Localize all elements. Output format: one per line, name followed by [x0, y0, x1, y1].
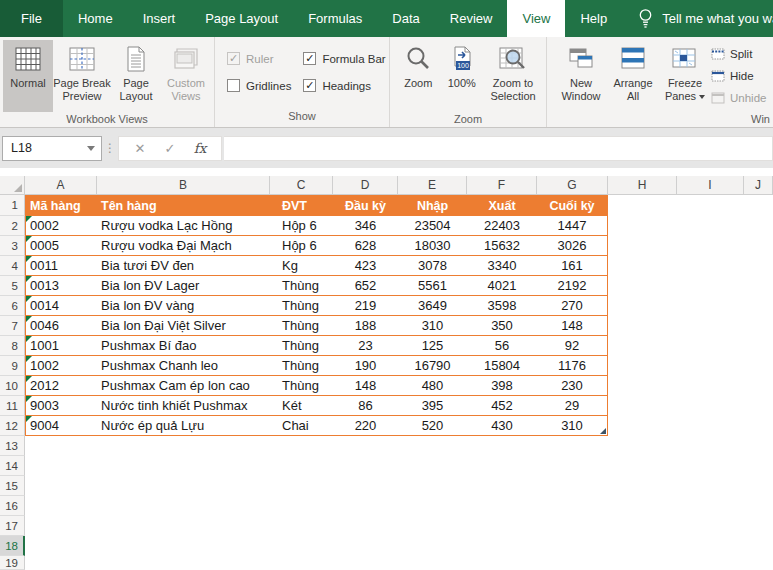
hide-button[interactable]: Hide	[711, 67, 766, 84]
cell[interactable]: 161	[537, 256, 608, 276]
cell[interactable]: 188	[333, 316, 398, 336]
cell[interactable]: 16790	[398, 356, 467, 376]
cell[interactable]: Pushmax Bí đao	[97, 336, 270, 356]
cell[interactable]: 15632	[467, 236, 537, 256]
checkbox-checked-icon[interactable]: ✓	[303, 79, 316, 92]
cell[interactable]: Thùng	[270, 356, 333, 376]
cell[interactable]: Thùng	[270, 376, 333, 396]
row-header-5[interactable]: 5	[0, 276, 25, 296]
row-header-2[interactable]: 2	[0, 216, 25, 236]
cell[interactable]: 86	[333, 396, 398, 416]
row-header-18[interactable]: 18	[0, 536, 25, 556]
column-header-e[interactable]: E	[398, 176, 467, 195]
cell[interactable]: Kg	[270, 256, 333, 276]
row-header-7[interactable]: 7	[0, 316, 25, 336]
column-header-g[interactable]: G	[537, 176, 608, 195]
unhide-button[interactable]: Unhide	[711, 89, 766, 106]
checkbox-unchecked-icon[interactable]	[227, 79, 240, 92]
cell[interactable]: 125	[398, 336, 467, 356]
cell[interactable]: 29	[537, 396, 608, 416]
cell[interactable]: 3598	[467, 296, 537, 316]
headings-checkbox[interactable]: ✓Headings	[303, 79, 385, 92]
cell[interactable]: Bia lon ĐV vàng	[97, 296, 270, 316]
checkbox-checked-icon[interactable]: ✓	[303, 52, 316, 65]
split-button[interactable]: Split	[711, 45, 766, 62]
cell[interactable]: 628	[333, 236, 398, 256]
cell[interactable]: 9004	[25, 416, 97, 436]
row-header-1[interactable]: 1	[0, 195, 25, 216]
tab-data[interactable]: Data	[377, 0, 434, 37]
cell[interactable]: 148	[333, 376, 398, 396]
checkbox-checked-icon[interactable]: ✓	[227, 52, 240, 65]
cell[interactable]: Thùng	[270, 336, 333, 356]
column-header-i[interactable]: I	[677, 176, 744, 195]
cell[interactable]: 2012	[25, 376, 97, 396]
cell[interactable]: 395	[398, 396, 467, 416]
cell[interactable]: 270	[537, 296, 608, 316]
cell[interactable]: Nước ép quả Lựu	[97, 416, 270, 436]
cell[interactable]: 3340	[467, 256, 537, 276]
cell[interactable]: Rượu vodka Lạc Hồng	[97, 216, 270, 236]
cell[interactable]: Thùng	[270, 276, 333, 296]
cell[interactable]: 2192	[537, 276, 608, 296]
cell[interactable]: Bia tươi ĐV đen	[97, 256, 270, 276]
tab-page-layout[interactable]: Page Layout	[190, 0, 293, 37]
cell[interactable]: 3078	[398, 256, 467, 276]
header-cell-m-h-ng[interactable]: Mã hàng	[25, 195, 97, 216]
row-header-3[interactable]: 3	[0, 236, 25, 256]
cell[interactable]: 310	[398, 316, 467, 336]
column-header-h[interactable]: H	[608, 176, 677, 195]
cell[interactable]: 0046	[25, 316, 97, 336]
cell[interactable]: 220	[333, 416, 398, 436]
row-header-14[interactable]: 14	[0, 456, 25, 476]
zoom-to-selection-button[interactable]: Zoom to Selection	[483, 40, 543, 112]
ruler-checkbox[interactable]: ✓Ruler	[227, 52, 291, 65]
cell[interactable]: Rượu vodka Đại Mạch	[97, 236, 270, 256]
header-cell-nh-p[interactable]: Nhập	[398, 195, 467, 216]
cell[interactable]: 350	[467, 316, 537, 336]
cell[interactable]: 1001	[25, 336, 97, 356]
cell[interactable]: 148	[537, 316, 608, 336]
cell[interactable]: 3649	[398, 296, 467, 316]
header-cell-xu-t[interactable]: Xuất	[467, 195, 537, 216]
row-header-8[interactable]: 8	[0, 336, 25, 356]
row-header-4[interactable]: 4	[0, 256, 25, 276]
cell[interactable]: 346	[333, 216, 398, 236]
tab-view[interactable]: View	[507, 0, 565, 37]
page-layout-view-button[interactable]: Page Layout	[111, 40, 161, 112]
cell[interactable]: 3026	[537, 236, 608, 256]
cell[interactable]: Bia lon ĐV Lager	[97, 276, 270, 296]
tab-home[interactable]: Home	[63, 0, 128, 37]
row-header-19[interactable]: 19	[0, 556, 25, 570]
cell[interactable]: 9003	[25, 396, 97, 416]
cell[interactable]: 430	[467, 416, 537, 436]
cell[interactable]: 23504	[398, 216, 467, 236]
column-header-f[interactable]: F	[467, 176, 537, 195]
cell[interactable]: 1447	[537, 216, 608, 236]
cell[interactable]: 5561	[398, 276, 467, 296]
cell[interactable]: Hộp 6	[270, 236, 333, 256]
cell[interactable]: Bia lon Đại Việt Silver	[97, 316, 270, 336]
cell[interactable]: Thùng	[270, 296, 333, 316]
column-header-d[interactable]: D	[333, 176, 398, 195]
cell[interactable]: 92	[537, 336, 608, 356]
cell[interactable]: 230	[537, 376, 608, 396]
row-header-13[interactable]: 13	[0, 436, 25, 456]
cell[interactable]: Thùng	[270, 316, 333, 336]
cell[interactable]: 398	[467, 376, 537, 396]
cell[interactable]: 15804	[467, 356, 537, 376]
cell[interactable]: 0011	[25, 256, 97, 276]
name-box-dropdown-icon[interactable]	[87, 146, 95, 151]
formula-bar-checkbox[interactable]: ✓Formula Bar	[303, 52, 385, 65]
cell[interactable]: 22403	[467, 216, 537, 236]
tab-formulas[interactable]: Formulas	[293, 0, 377, 37]
row-header-12[interactable]: 12	[0, 416, 25, 436]
cell[interactable]: 520	[398, 416, 467, 436]
arrange-all-button[interactable]: Arrange All	[607, 40, 659, 112]
header-cell-t-n-h-ng[interactable]: Tên hàng	[97, 195, 270, 216]
name-box[interactable]: L18	[2, 136, 102, 161]
tab-file[interactable]: File	[0, 0, 63, 37]
row-header-15[interactable]: 15	[0, 476, 25, 496]
normal-view-button[interactable]: Normal	[3, 40, 53, 112]
cell[interactable]: 56	[467, 336, 537, 356]
